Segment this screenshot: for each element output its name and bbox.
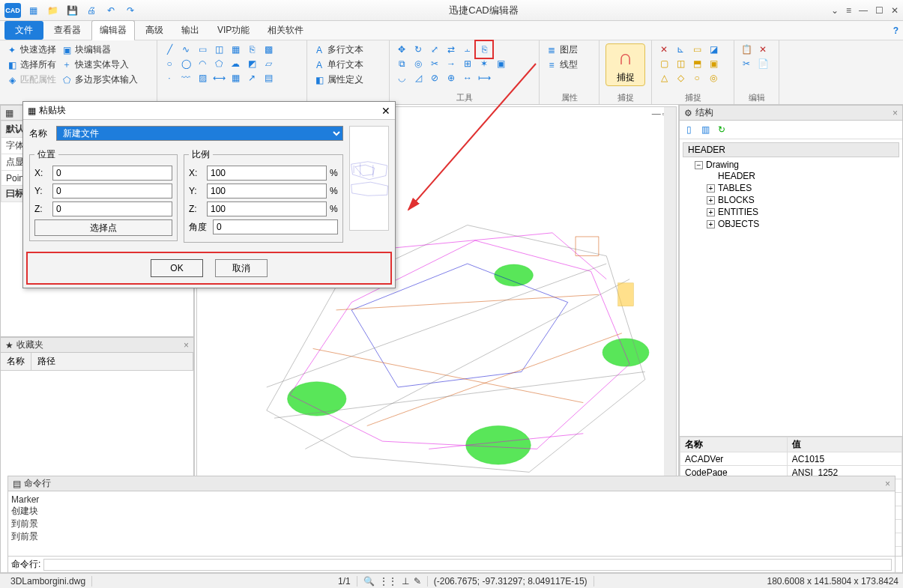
- refresh-icon[interactable]: ↻: [716, 124, 728, 136]
- angle-input[interactable]: [213, 219, 338, 234]
- tab-related[interactable]: 相关软件: [260, 21, 311, 40]
- polygon-entity-input[interactable]: ⬠多边形实体输入: [61, 73, 138, 86]
- qat-redo-icon[interactable]: ↷: [124, 4, 136, 16]
- file-menu-button[interactable]: 文件: [4, 21, 43, 40]
- fav-col-path[interactable]: 路径: [31, 353, 193, 370]
- tree-node[interactable]: BLOCKS: [718, 195, 755, 205]
- pick-point-button[interactable]: 选择点: [34, 219, 172, 236]
- clipboard-copy-icon[interactable]: 📋: [740, 43, 752, 55]
- region-icon[interactable]: ◫: [213, 43, 225, 55]
- tree-root[interactable]: Drawing: [706, 160, 739, 170]
- move-icon[interactable]: ✥: [396, 43, 408, 55]
- quick-entity-import[interactable]: ＋快速实体导入: [61, 58, 129, 71]
- expand-icon[interactable]: −: [695, 161, 703, 169]
- snap3-icon[interactable]: ▭: [691, 43, 703, 55]
- ellipse-icon[interactable]: ◯: [180, 58, 192, 70]
- circle-icon[interactable]: ○: [163, 58, 175, 70]
- mtext-button[interactable]: A多行文本: [313, 43, 383, 56]
- command-input[interactable]: [43, 559, 892, 571]
- quick-select[interactable]: ✦快速选择: [6, 43, 56, 56]
- status-icon[interactable]: ⊥: [402, 576, 409, 587]
- cloud-icon[interactable]: ☁: [229, 58, 241, 70]
- structure-tree[interactable]: HEADER −Drawing HEADER +TABLES +BLOCKS +…: [680, 139, 902, 436]
- status-icon[interactable]: 🔍: [363, 576, 375, 587]
- fav-col-name[interactable]: 名称: [1, 353, 31, 370]
- kv-col-value[interactable]: 值: [787, 437, 902, 452]
- tree-node[interactable]: OBJECTS: [718, 219, 759, 229]
- snap5-icon[interactable]: ▢: [658, 58, 670, 70]
- qat-open-icon[interactable]: 📁: [46, 4, 58, 16]
- pos-y-input[interactable]: [52, 184, 172, 198]
- snap1-icon[interactable]: ✕: [658, 43, 670, 55]
- match-properties[interactable]: ◈匹配属性: [6, 73, 56, 86]
- kv-col-name[interactable]: 名称: [680, 437, 788, 452]
- expand-icon[interactable]: +: [707, 220, 715, 228]
- ok-button[interactable]: OK: [151, 259, 203, 277]
- rect-icon[interactable]: ▭: [196, 43, 208, 55]
- scale-icon[interactable]: ⤢: [429, 43, 441, 55]
- snap8-icon[interactable]: ▣: [707, 58, 719, 70]
- pos-z-input[interactable]: [52, 201, 172, 216]
- expand-icon[interactable]: +: [707, 184, 715, 193]
- grid-icon[interactable]: ▤: [262, 72, 274, 84]
- copy-icon[interactable]: ⧉: [396, 58, 408, 70]
- cut-icon[interactable]: ✂: [740, 58, 752, 70]
- view1-icon[interactable]: ▯: [683, 124, 695, 136]
- group-icon[interactable]: ▣: [495, 58, 507, 70]
- point-icon[interactable]: ·: [163, 72, 175, 84]
- command-close-icon[interactable]: ×: [885, 479, 890, 489]
- snap2-icon[interactable]: ⊾: [674, 43, 686, 55]
- capture-button[interactable]: ∩ 捕捉: [605, 43, 645, 86]
- scale-y-input[interactable]: [207, 184, 327, 198]
- delete-icon[interactable]: ✕: [757, 43, 769, 55]
- snap10-icon[interactable]: ◇: [674, 72, 686, 84]
- lengthen-icon[interactable]: ⟼: [478, 72, 490, 84]
- scale-z-input[interactable]: [207, 201, 327, 216]
- view2-icon[interactable]: ▥: [699, 124, 711, 136]
- rotate-icon[interactable]: ↻: [412, 43, 424, 55]
- qat-print-icon[interactable]: 🖨: [85, 4, 97, 16]
- snap11-icon[interactable]: ○: [691, 72, 703, 84]
- block-icon[interactable]: ▦: [229, 43, 241, 55]
- tree-node[interactable]: TABLES: [718, 183, 752, 193]
- tab-output[interactable]: 输出: [174, 21, 207, 40]
- snap9-icon[interactable]: △: [658, 72, 670, 84]
- maximize-icon[interactable]: ☐: [875, 5, 884, 16]
- explode-icon[interactable]: ✶: [478, 58, 490, 70]
- table-icon[interactable]: ▦: [229, 72, 241, 84]
- image-icon[interactable]: ▱: [262, 58, 274, 70]
- arc-icon[interactable]: ◠: [196, 58, 208, 70]
- join-icon[interactable]: ⊕: [445, 72, 457, 84]
- hatch2-icon[interactable]: ▨: [196, 72, 208, 84]
- spline-icon[interactable]: 〰: [180, 72, 192, 84]
- paste-icon[interactable]: 📄: [757, 58, 769, 70]
- line-icon[interactable]: ╱: [163, 43, 175, 55]
- chamfer-icon[interactable]: ◿: [412, 72, 424, 84]
- command-log[interactable]: Marker 创建块 到前景 到前景: [8, 491, 895, 556]
- array-icon[interactable]: ⊞: [462, 58, 474, 70]
- trim-icon[interactable]: ✂: [429, 58, 441, 70]
- extend-icon[interactable]: →: [445, 58, 457, 70]
- dim-icon[interactable]: ⟷: [213, 72, 225, 84]
- tab-viewer[interactable]: 查看器: [46, 21, 88, 40]
- minimize-icon[interactable]: —: [859, 5, 868, 16]
- paste-block-icon[interactable]: ⎘: [478, 43, 490, 55]
- expand-icon[interactable]: +: [707, 196, 715, 204]
- snap12-icon[interactable]: ◎: [707, 72, 719, 84]
- scale-x-input[interactable]: [207, 166, 327, 181]
- close-icon[interactable]: ✕: [891, 5, 899, 16]
- fillet-icon[interactable]: ◡: [396, 72, 408, 84]
- viewport-min-icon[interactable]: —: [652, 109, 661, 119]
- tab-editor[interactable]: 编辑器: [91, 20, 135, 40]
- pin-icon[interactable]: ×: [184, 340, 189, 351]
- polygon2-icon[interactable]: ⬠: [213, 58, 225, 70]
- status-icon[interactable]: ✎: [414, 576, 421, 587]
- pos-x-input[interactable]: [52, 166, 172, 181]
- dialog-titlebar[interactable]: ▦ 粘贴块 ✕: [23, 102, 395, 120]
- structure-close-icon[interactable]: ×: [893, 108, 898, 118]
- cancel-button[interactable]: 取消: [215, 259, 268, 277]
- status-icon[interactable]: ⋮⋮: [379, 576, 397, 587]
- wipeout-icon[interactable]: ◩: [246, 58, 258, 70]
- tab-vip[interactable]: VIP功能: [210, 21, 257, 40]
- tree-node[interactable]: ENTITIES: [718, 207, 758, 217]
